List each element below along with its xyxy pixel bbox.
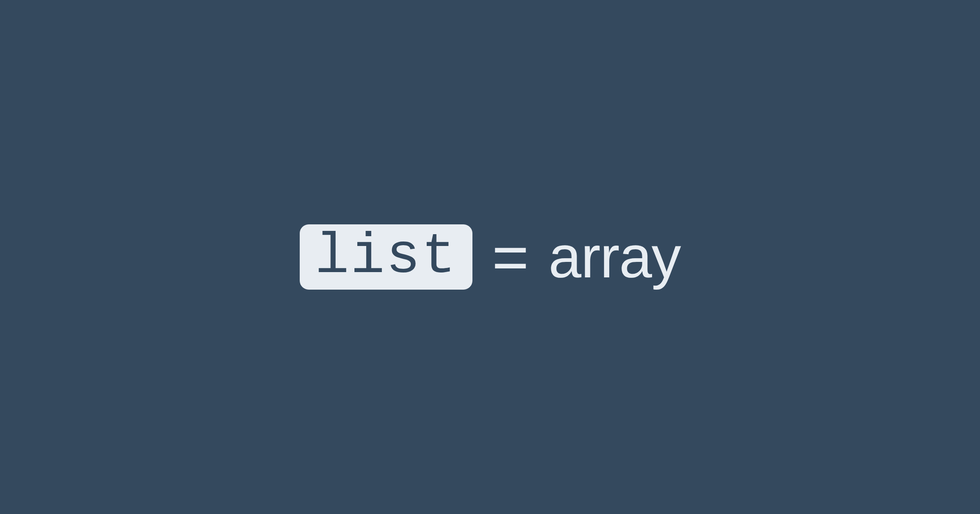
list-term-box: list <box>300 224 472 290</box>
array-term-text: array <box>548 228 680 287</box>
equation-container: list = array <box>300 224 681 290</box>
list-term-text: list <box>315 224 457 289</box>
equals-operator: = <box>492 226 529 289</box>
